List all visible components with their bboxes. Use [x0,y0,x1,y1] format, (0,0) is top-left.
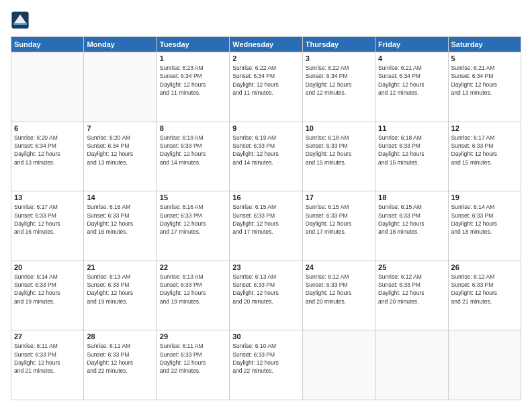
day-info: Sunrise: 6:10 AM Sunset: 6:33 PM Dayligh… [232,342,299,375]
calendar-cell [11,52,84,122]
weekday-header: Friday [375,37,448,52]
day-info: Sunrise: 6:15 AM Sunset: 6:33 PM Dayligh… [306,203,372,236]
day-number: 8 [160,124,226,132]
day-number: 6 [14,124,81,132]
day-info: Sunrise: 6:21 AM Sunset: 6:34 PM Dayligh… [451,64,518,97]
day-info: Sunrise: 6:12 AM Sunset: 6:33 PM Dayligh… [306,273,372,306]
page: SundayMondayTuesdayWednesdayThursdayFrid… [0,0,532,411]
day-info: Sunrise: 6:11 AM Sunset: 6:33 PM Dayligh… [160,342,226,375]
calendar-week-row: 13Sunrise: 6:17 AM Sunset: 6:33 PM Dayli… [11,191,521,261]
day-number: 15 [160,193,226,201]
calendar-cell: 8Sunrise: 6:19 AM Sunset: 6:33 PM Daylig… [157,122,229,191]
calendar-cell: 17Sunrise: 6:15 AM Sunset: 6:33 PM Dayli… [302,191,375,261]
calendar-week-row: 6Sunrise: 6:20 AM Sunset: 6:34 PM Daylig… [11,122,521,191]
day-number: 21 [87,263,153,271]
day-number: 19 [451,193,518,201]
day-info: Sunrise: 6:19 AM Sunset: 6:33 PM Dayligh… [160,134,226,167]
day-info: Sunrise: 6:23 AM Sunset: 6:34 PM Dayligh… [160,64,226,97]
day-number: 10 [306,124,372,132]
calendar-week-row: 1Sunrise: 6:23 AM Sunset: 6:34 PM Daylig… [11,52,521,122]
day-info: Sunrise: 6:16 AM Sunset: 6:33 PM Dayligh… [87,203,153,236]
day-number: 23 [232,263,299,271]
weekday-header: Tuesday [157,37,229,52]
calendar-cell: 5Sunrise: 6:21 AM Sunset: 6:34 PM Daylig… [448,52,521,122]
day-number: 7 [87,124,153,132]
calendar-week-row: 20Sunrise: 6:14 AM Sunset: 6:33 PM Dayli… [11,261,521,330]
weekday-header: Sunday [11,37,84,52]
day-info: Sunrise: 6:15 AM Sunset: 6:33 PM Dayligh… [232,203,299,236]
calendar-cell: 3Sunrise: 6:22 AM Sunset: 6:34 PM Daylig… [302,52,375,122]
calendar-cell: 4Sunrise: 6:21 AM Sunset: 6:34 PM Daylig… [375,52,448,122]
calendar-cell: 10Sunrise: 6:18 AM Sunset: 6:33 PM Dayli… [302,122,375,191]
calendar-cell: 26Sunrise: 6:12 AM Sunset: 6:33 PM Dayli… [448,261,521,330]
calendar-cell: 16Sunrise: 6:15 AM Sunset: 6:33 PM Dayli… [230,191,302,261]
calendar-cell: 18Sunrise: 6:15 AM Sunset: 6:33 PM Dayli… [375,191,448,261]
day-info: Sunrise: 6:18 AM Sunset: 6:33 PM Dayligh… [306,134,372,167]
day-number: 24 [306,263,372,271]
day-info: Sunrise: 6:22 AM Sunset: 6:34 PM Dayligh… [306,64,372,97]
day-number: 20 [14,263,81,271]
day-info: Sunrise: 6:11 AM Sunset: 6:33 PM Dayligh… [14,342,81,375]
calendar-cell: 28Sunrise: 6:11 AM Sunset: 6:33 PM Dayli… [84,330,157,400]
calendar-cell: 13Sunrise: 6:17 AM Sunset: 6:33 PM Dayli… [11,191,84,261]
calendar-cell: 7Sunrise: 6:20 AM Sunset: 6:34 PM Daylig… [84,122,157,191]
calendar-cell: 22Sunrise: 6:13 AM Sunset: 6:33 PM Dayli… [157,261,229,330]
weekday-header: Saturday [448,37,521,52]
calendar-header-row: SundayMondayTuesdayWednesdayThursdayFrid… [11,37,521,52]
calendar-cell: 11Sunrise: 6:18 AM Sunset: 6:33 PM Dayli… [375,122,448,191]
day-number: 16 [232,193,299,201]
calendar-cell [302,330,375,400]
calendar-cell: 9Sunrise: 6:19 AM Sunset: 6:33 PM Daylig… [230,122,302,191]
day-number: 22 [160,263,226,271]
logo-icon [11,11,30,30]
day-info: Sunrise: 6:13 AM Sunset: 6:33 PM Dayligh… [87,273,153,306]
day-number: 9 [232,124,299,132]
calendar-cell: 1Sunrise: 6:23 AM Sunset: 6:34 PM Daylig… [157,52,229,122]
day-info: Sunrise: 6:11 AM Sunset: 6:33 PM Dayligh… [87,342,153,375]
calendar-cell: 15Sunrise: 6:16 AM Sunset: 6:33 PM Dayli… [157,191,229,261]
day-info: Sunrise: 6:12 AM Sunset: 6:33 PM Dayligh… [451,273,518,306]
day-number: 11 [378,124,445,132]
calendar-cell: 19Sunrise: 6:14 AM Sunset: 6:33 PM Dayli… [448,191,521,261]
calendar-cell: 24Sunrise: 6:12 AM Sunset: 6:33 PM Dayli… [302,261,375,330]
day-info: Sunrise: 6:16 AM Sunset: 6:33 PM Dayligh… [160,203,226,236]
calendar-cell: 6Sunrise: 6:20 AM Sunset: 6:34 PM Daylig… [11,122,84,191]
day-info: Sunrise: 6:20 AM Sunset: 6:34 PM Dayligh… [14,134,81,167]
logo [11,11,31,30]
day-number: 3 [306,54,372,62]
calendar-table: SundayMondayTuesdayWednesdayThursdayFrid… [11,36,521,400]
weekday-header: Thursday [302,37,375,52]
day-info: Sunrise: 6:19 AM Sunset: 6:33 PM Dayligh… [232,134,299,167]
day-info: Sunrise: 6:17 AM Sunset: 6:33 PM Dayligh… [451,134,518,167]
day-info: Sunrise: 6:17 AM Sunset: 6:33 PM Dayligh… [14,203,81,236]
day-number: 28 [87,332,153,340]
day-number: 5 [451,54,518,62]
day-number: 13 [14,193,81,201]
calendar-cell [375,330,448,400]
calendar-cell: 25Sunrise: 6:12 AM Sunset: 6:33 PM Dayli… [375,261,448,330]
day-number: 25 [378,263,445,271]
calendar-cell: 29Sunrise: 6:11 AM Sunset: 6:33 PM Dayli… [157,330,229,400]
calendar-week-row: 27Sunrise: 6:11 AM Sunset: 6:33 PM Dayli… [11,330,521,400]
day-number: 27 [14,332,81,340]
calendar-cell: 30Sunrise: 6:10 AM Sunset: 6:33 PM Dayli… [230,330,302,400]
day-number: 30 [232,332,299,340]
day-info: Sunrise: 6:22 AM Sunset: 6:34 PM Dayligh… [232,64,299,97]
calendar-cell: 27Sunrise: 6:11 AM Sunset: 6:33 PM Dayli… [11,330,84,400]
calendar-cell: 23Sunrise: 6:13 AM Sunset: 6:33 PM Dayli… [230,261,302,330]
svg-rect-2 [13,23,27,25]
day-number: 4 [378,54,445,62]
day-number: 1 [160,54,226,62]
day-number: 14 [87,193,153,201]
day-number: 2 [232,54,299,62]
calendar-cell [84,52,157,122]
calendar-cell: 12Sunrise: 6:17 AM Sunset: 6:33 PM Dayli… [448,122,521,191]
day-number: 17 [306,193,372,201]
day-info: Sunrise: 6:18 AM Sunset: 6:33 PM Dayligh… [378,134,445,167]
header [11,11,521,30]
day-number: 26 [451,263,518,271]
weekday-header: Monday [84,37,157,52]
weekday-header: Wednesday [230,37,302,52]
day-info: Sunrise: 6:21 AM Sunset: 6:34 PM Dayligh… [378,64,445,97]
day-number: 18 [378,193,445,201]
